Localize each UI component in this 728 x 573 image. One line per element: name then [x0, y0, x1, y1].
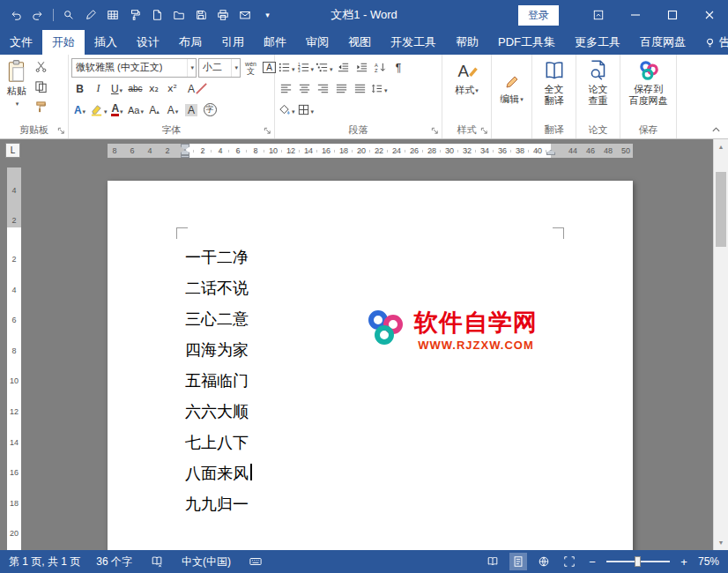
strikethrough-button[interactable]: abc	[127, 79, 144, 98]
highlight-button[interactable]	[90, 100, 108, 119]
document-line[interactable]: 三心二意	[185, 304, 252, 335]
language-indicator[interactable]: 中文(中国)	[182, 554, 231, 569]
ink-pen-icon[interactable]	[84, 8, 98, 22]
customize-toolbar-icon[interactable]	[260, 8, 274, 22]
collapse-ribbon-icon[interactable]	[711, 123, 721, 136]
zoom-out-button[interactable]: −	[586, 555, 598, 569]
enclose-characters-button[interactable]: 字	[202, 100, 219, 119]
word-count[interactable]: 36 个字	[96, 554, 132, 569]
subscript-button[interactable]: x₂	[145, 79, 162, 98]
tell-me-box[interactable]: 告诉我	[695, 30, 728, 55]
ribbon-display-options-icon[interactable]	[580, 0, 617, 30]
clipboard-dialog-launcher[interactable]	[56, 125, 66, 136]
document-line[interactable]: 五福临门	[185, 366, 252, 397]
redo-icon[interactable]	[31, 8, 45, 22]
tab-file[interactable]: 文件	[0, 30, 42, 55]
shading-button[interactable]	[278, 100, 295, 119]
editing-button[interactable]: 编辑	[497, 73, 526, 107]
grow-font-button[interactable]: A	[146, 100, 163, 119]
full-text-translate-button[interactable]: 全文 翻译	[540, 57, 568, 123]
distribute-button[interactable]	[352, 79, 368, 98]
numbering-button[interactable]: 123	[297, 58, 315, 77]
left-indent-marker[interactable]	[181, 155, 189, 158]
character-shading-button[interactable]: A	[183, 100, 200, 119]
read-mode-icon[interactable]	[484, 553, 501, 570]
cut-button[interactable]	[33, 57, 49, 76]
print-layout-icon[interactable]	[509, 553, 527, 570]
increase-indent-button[interactable]	[353, 58, 370, 77]
minimize-button[interactable]	[617, 0, 654, 30]
ribbon-tab[interactable]: 帮助	[446, 30, 488, 55]
underline-button[interactable]: U	[108, 79, 125, 98]
print-icon[interactable]	[216, 8, 230, 22]
phonetic-guide-button[interactable]: wén 文	[242, 58, 259, 77]
format-painter-icon[interactable]	[128, 8, 142, 22]
ribbon-tab[interactable]: 视图	[338, 30, 381, 55]
document-page[interactable]: 软件自学网 WWW.RJZXW.COM 一干二净二话不说三心二意四海为家五福临门…	[108, 181, 633, 550]
font-dialog-launcher[interactable]	[262, 125, 272, 136]
paper-check-button[interactable]: 论文 查重	[584, 57, 613, 123]
bullets-button[interactable]	[278, 58, 295, 77]
document-line[interactable]: 一干二净	[185, 242, 252, 273]
undo-icon[interactable]	[9, 8, 23, 22]
ribbon-tab[interactable]: 布局	[169, 30, 212, 55]
document-line[interactable]: 九九归一	[185, 489, 252, 520]
text-effects-button[interactable]: A	[71, 100, 88, 119]
multilevel-list-button[interactable]	[316, 58, 333, 77]
superscript-button[interactable]: x²	[164, 79, 181, 98]
ribbon-tab[interactable]: 更多工具	[565, 30, 630, 55]
align-right-button[interactable]	[315, 79, 331, 98]
document-text[interactable]: 一干二净二话不说三心二意四海为家五福临门六六大顺七上八下八面来风九九归一	[185, 242, 252, 520]
close-button[interactable]	[691, 0, 728, 30]
vertical-scrollbar[interactable]: ▲ ▼	[713, 139, 728, 550]
ribbon-tab[interactable]: 开始	[42, 30, 85, 55]
decrease-indent-button[interactable]	[335, 58, 352, 77]
tab-stop-selector[interactable]: L	[5, 143, 20, 158]
ribbon-tab[interactable]: 开发工具	[381, 30, 446, 55]
styles-button[interactable]: A 样式	[452, 57, 482, 123]
copy-button[interactable]	[33, 78, 49, 96]
hruler[interactable]: 8642246810121416182022242628303234363840…	[108, 144, 633, 158]
styles-dialog-launcher[interactable]	[479, 125, 489, 136]
ribbon-tab[interactable]: 审阅	[296, 30, 338, 55]
bold-button[interactable]: B	[71, 79, 88, 98]
document-line[interactable]: 八面来风	[185, 458, 252, 489]
email-icon[interactable]	[238, 8, 252, 22]
align-center-button[interactable]	[296, 79, 313, 98]
format-painter-button[interactable]	[33, 98, 49, 116]
sort-button[interactable]: AZ	[372, 58, 389, 77]
ribbon-tab[interactable]: 引用	[212, 30, 254, 55]
zoom-slider[interactable]	[606, 561, 670, 562]
document-line[interactable]: 四海为家	[185, 335, 252, 366]
open-folder-icon[interactable]	[172, 8, 186, 22]
ribbon-tab[interactable]: 设计	[127, 30, 169, 55]
justify-button[interactable]	[333, 79, 350, 98]
align-left-button[interactable]	[278, 79, 294, 98]
login-button[interactable]: 登录	[518, 5, 559, 26]
save-icon[interactable]	[194, 8, 208, 22]
change-case-button[interactable]: Aa	[128, 100, 145, 119]
scroll-down-icon[interactable]: ▼	[714, 535, 728, 550]
zoom-in-button[interactable]: +	[678, 555, 690, 569]
save-to-netdisk-button[interactable]: 保存到 百度网盘	[627, 57, 671, 123]
keyboard-icon[interactable]	[247, 553, 264, 570]
proofing-errors-icon[interactable]	[148, 553, 166, 570]
italic-button[interactable]: I	[90, 79, 107, 98]
font-size-combo[interactable]: 小二	[198, 58, 241, 78]
page-indicator[interactable]: 第 1 页, 共 1 页	[9, 554, 80, 569]
paragraph-dialog-launcher[interactable]	[429, 125, 440, 136]
new-document-icon[interactable]	[150, 8, 164, 22]
find-icon[interactable]	[62, 8, 76, 22]
ribbon-tab[interactable]: 百度网盘	[630, 30, 695, 55]
shrink-font-button[interactable]: A	[165, 100, 182, 119]
document-line[interactable]: 七上八下	[185, 428, 252, 458]
ribbon-tab[interactable]: 插入	[85, 30, 127, 55]
focus-mode-icon[interactable]	[561, 553, 578, 570]
paste-button[interactable]: 粘贴	[3, 57, 31, 123]
ribbon-tab[interactable]: PDF工具集	[488, 30, 565, 55]
document-line[interactable]: 二话不说	[185, 273, 252, 304]
font-name-combo[interactable]: 微软雅黑 (中文正文)	[71, 58, 197, 78]
web-layout-icon[interactable]	[535, 553, 553, 570]
zoom-slider-thumb[interactable]	[635, 556, 641, 567]
scroll-up-icon[interactable]: ▲	[714, 139, 728, 154]
